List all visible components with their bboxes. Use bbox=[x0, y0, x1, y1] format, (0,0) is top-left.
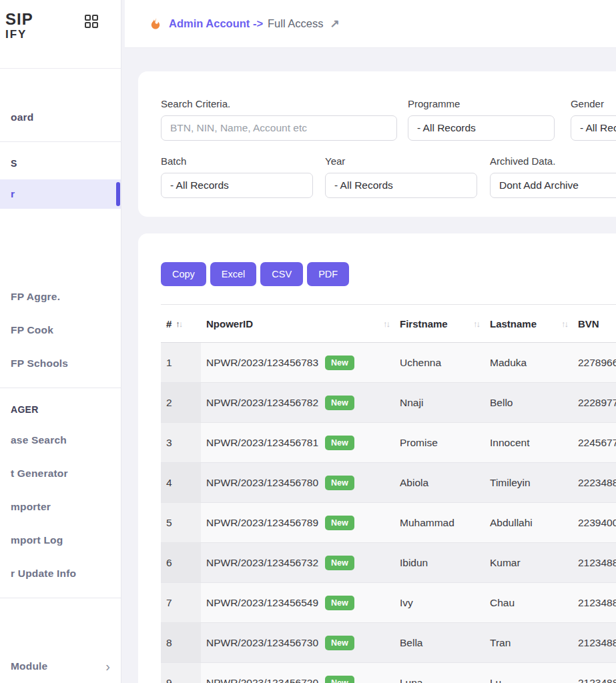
sidebar-item-database-search[interactable]: ase Search bbox=[0, 426, 121, 455]
flame-icon bbox=[149, 17, 162, 31]
table-row[interactable]: 3 NPWR/2023/123456781New Promise Innocen… bbox=[161, 423, 616, 463]
sidebar-section-manager: AGER bbox=[0, 398, 121, 422]
batch-select[interactable]: - All Records bbox=[161, 173, 313, 198]
column-header-bvn[interactable]: BVN bbox=[573, 305, 616, 343]
row-index: 8 bbox=[161, 623, 201, 663]
table-row[interactable]: 6 NPWR/2023/123456732New Ibidun Kumar 21… bbox=[161, 543, 616, 583]
sidebar-item-npower-active[interactable]: r bbox=[0, 179, 121, 209]
batch-group: Batch - All Records bbox=[161, 155, 313, 198]
gender-select[interactable]: - All Records bbox=[571, 115, 616, 141]
sort-icon[interactable]: ↑↓ bbox=[176, 319, 182, 328]
row-bvn: 2123488 bbox=[573, 663, 616, 683]
status-badge: New bbox=[325, 636, 354, 650]
year-group: Year - All Records bbox=[325, 155, 477, 198]
sidebar-nav: oard S r FP Aggre. FP Cook FP Schools bbox=[0, 69, 121, 681]
breadcrumb-access-level: Full Access bbox=[268, 17, 323, 30]
row-npowerid: NPWR/2023/123456789New bbox=[201, 503, 394, 543]
row-lastname: Tran bbox=[485, 623, 573, 663]
status-badge: New bbox=[325, 396, 354, 410]
topbar: Admin Account -> Full Access ↗ bbox=[125, 0, 616, 48]
table-header-row: # ↑↓ NpowerID ↑↓ Firstname ↑↓ bbox=[161, 305, 616, 343]
external-link-arrow-icon[interactable]: ↗ bbox=[330, 17, 339, 31]
app-viewport: SIP IFY oard S r bbox=[0, 0, 616, 683]
row-lastname: Maduka bbox=[485, 343, 573, 383]
sidebar-item-module[interactable]: Module › bbox=[0, 652, 121, 681]
sidebar-logo-area: SIP IFY bbox=[0, 0, 121, 69]
row-lastname: Abdullahi bbox=[485, 503, 573, 543]
row-npowerid: NPWR/2023/123456783New bbox=[201, 343, 394, 383]
archived-data-group: Archived Data. Dont Add Archive bbox=[490, 155, 616, 198]
status-badge: New bbox=[325, 356, 354, 370]
sidebar-toggle-grid-icon[interactable] bbox=[83, 13, 99, 29]
gender-group: Gender - All Records bbox=[571, 98, 616, 141]
sort-icon[interactable]: ↑↓ bbox=[383, 319, 389, 328]
pdf-button[interactable]: PDF bbox=[307, 262, 349, 286]
row-bvn: 2123488 bbox=[573, 543, 616, 583]
csv-button[interactable]: CSV bbox=[260, 262, 303, 286]
export-button-row: Copy Excel CSV PDF bbox=[161, 262, 616, 286]
sidebar-item-importer[interactable]: mporter bbox=[0, 492, 121, 522]
sidebar-item-dashboard[interactable]: oard bbox=[0, 103, 121, 132]
row-index: 9 bbox=[161, 663, 201, 683]
table-row[interactable]: 7 NPWR/2023/123456549New Ivy Chau 212348… bbox=[161, 583, 616, 623]
archived-data-select[interactable]: Dont Add Archive bbox=[490, 173, 616, 198]
row-bvn: 2245677 bbox=[573, 423, 616, 463]
row-index: 6 bbox=[161, 543, 201, 583]
row-bvn: 2228977 bbox=[573, 383, 616, 423]
excel-button[interactable]: Excel bbox=[210, 262, 256, 286]
column-header-index[interactable]: # ↑↓ bbox=[161, 305, 201, 343]
column-header-npowerid[interactable]: NpowerID ↑↓ bbox=[201, 305, 394, 343]
sidebar-item-update-info[interactable]: r Update Info bbox=[0, 559, 121, 588]
row-npowerid: NPWR/2023/123456730New bbox=[201, 623, 394, 663]
search-input[interactable] bbox=[161, 115, 397, 141]
status-badge: New bbox=[325, 436, 354, 450]
records-table-card: Copy Excel CSV PDF # ↑↓ NpowerID bbox=[138, 233, 616, 683]
column-header-firstname[interactable]: Firstname ↑↓ bbox=[394, 305, 485, 343]
sidebar-section-records: S bbox=[0, 151, 121, 175]
table-row[interactable]: 5 NPWR/2023/123456789New Muhammad Abdull… bbox=[161, 503, 616, 543]
table-body: 1 NPWR/2023/123456783New Uchenna Maduka … bbox=[161, 343, 616, 683]
sidebar-item-generator[interactable]: t Generator bbox=[0, 459, 121, 488]
sidebar-spacer bbox=[0, 209, 121, 278]
status-badge: New bbox=[325, 596, 354, 610]
copy-button[interactable]: Copy bbox=[161, 262, 206, 286]
row-lastname: Bello bbox=[485, 383, 573, 423]
sidebar-item-fp-cook[interactable]: FP Cook bbox=[0, 315, 121, 345]
programme-group: Programme - All Records bbox=[408, 98, 555, 141]
table-row[interactable]: 8 NPWR/2023/123456730New Bella Tran 2123… bbox=[161, 623, 616, 663]
row-bvn: 2239400 bbox=[573, 503, 616, 543]
sidebar: SIP IFY oard S r bbox=[0, 0, 121, 683]
sort-icon[interactable]: ↑↓ bbox=[473, 319, 479, 328]
table-row[interactable]: 1 NPWR/2023/123456783New Uchenna Maduka … bbox=[161, 343, 616, 383]
sidebar-item-fp-aggre[interactable]: FP Aggre. bbox=[0, 282, 121, 311]
status-badge: New bbox=[325, 516, 354, 530]
row-npowerid: NPWR/2023/123456549New bbox=[201, 583, 394, 623]
table-row[interactable]: 4 NPWR/2023/123456780New Abiola Timileyi… bbox=[161, 463, 616, 503]
search-criteria-card: Search Criteria. Programme - All Records… bbox=[138, 71, 616, 217]
chevron-right-icon: › bbox=[105, 652, 110, 681]
sidebar-item-import-log[interactable]: mport Log bbox=[0, 526, 121, 555]
year-select[interactable]: - All Records bbox=[325, 173, 477, 198]
batch-label: Batch bbox=[161, 155, 313, 167]
breadcrumb-admin-account-link[interactable]: Admin Account -> bbox=[169, 17, 263, 30]
archived-data-label: Archived Data. bbox=[490, 155, 616, 167]
row-firstname: Bella bbox=[394, 623, 485, 663]
row-lastname: Chau bbox=[485, 583, 573, 623]
search-criteria-label: Search Criteria. bbox=[161, 98, 397, 109]
sidebar-item-fp-schools[interactable]: FP Schools bbox=[0, 349, 121, 378]
row-firstname: Ibidun bbox=[394, 543, 485, 583]
row-index: 1 bbox=[161, 343, 201, 383]
table-row[interactable]: 9 NPWR/2023/123456720New Luna Lu 2123488 bbox=[161, 663, 616, 683]
gender-label: Gender bbox=[571, 98, 616, 109]
logo-text-line2: IFY bbox=[5, 28, 114, 41]
row-npowerid: NPWR/2023/123456782New bbox=[201, 383, 394, 423]
row-lastname: Kumar bbox=[485, 543, 573, 583]
programme-select[interactable]: - All Records bbox=[408, 115, 555, 141]
row-index: 5 bbox=[161, 503, 201, 543]
sidebar-divider bbox=[0, 141, 121, 142]
row-firstname: Muhammad bbox=[394, 503, 485, 543]
column-header-lastname[interactable]: Lastname ↑↓ bbox=[485, 305, 573, 343]
sidebar-divider bbox=[0, 598, 121, 598]
sort-icon[interactable]: ↑↓ bbox=[561, 319, 567, 328]
table-row[interactable]: 2 NPWR/2023/123456782New Nnaji Bello 222… bbox=[161, 383, 616, 423]
